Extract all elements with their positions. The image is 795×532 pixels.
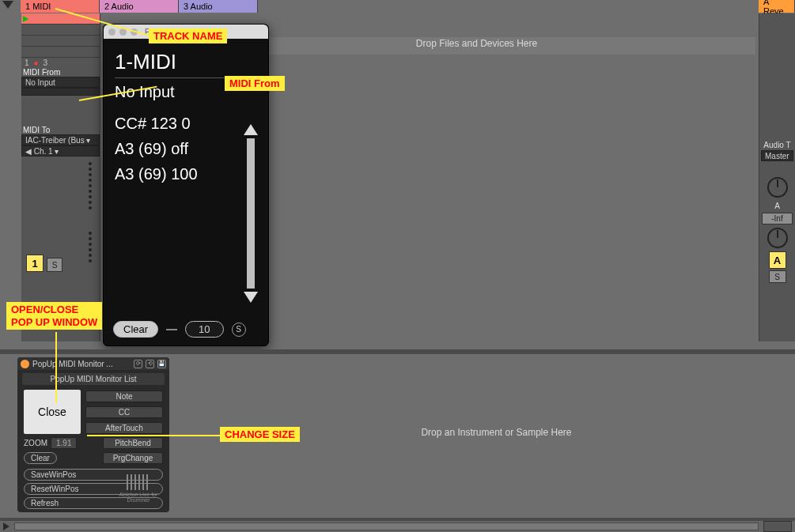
send-knob[interactable] (767, 177, 788, 198)
midi-event-row: CC# 123 0 (115, 111, 257, 136)
status-num-right: 3 (44, 58, 48, 67)
meter-dots (87, 160, 93, 212)
midi-from-select[interactable]: No Input (21, 77, 100, 88)
drop-instrument-hint: Drop an Instrument or Sample Here (221, 427, 771, 438)
separator (166, 329, 177, 330)
midi-event-row: A3 (69) off (115, 136, 257, 161)
return-track-tab-a[interactable]: A Reve (759, 0, 795, 13)
device-save-icon[interactable]: 💾 (157, 360, 166, 368)
annotation-trackname: TRACK NAME (149, 28, 227, 43)
solo-button[interactable]: S (47, 258, 62, 272)
track-tab-3-audio[interactable]: 3 Audio (179, 0, 258, 13)
filter-cc-button[interactable]: CC (85, 406, 163, 418)
clip-slot[interactable] (21, 36, 100, 47)
annotation-openclose: OPEN/CLOSE POP UP WINDOW (6, 302, 102, 330)
device-clear-button[interactable]: Clear (24, 452, 57, 464)
meter-dots (87, 229, 93, 265)
zoom-label: ZOOM (24, 439, 47, 447)
filter-prgchange-button[interactable]: PrgChange (103, 452, 163, 464)
scroll-track[interactable] (249, 138, 252, 289)
device-power-icon[interactable] (21, 360, 29, 368)
mixer-strip-1-midi: 1 ● 3 MIDI From No Input MIDI To IAC-Tre… (21, 13, 100, 341)
audio-to-label: Audio T (759, 140, 795, 150)
return-activator-a[interactable]: A (769, 251, 786, 269)
session-view-toggle-icon[interactable] (2, 1, 13, 9)
pan-knob[interactable] (767, 228, 788, 248)
device-subtitle: PopUp MIDI Monitor List (22, 373, 165, 385)
play-icon[interactable] (3, 523, 9, 530)
scroll-up-icon[interactable] (244, 124, 258, 135)
midi-to-channel-select[interactable]: ◀ Ch. 1 ▾ (21, 145, 100, 157)
track-tab-2-audio[interactable]: 2 Audio (100, 0, 179, 13)
knob-label: A (759, 201, 795, 211)
popup-track-name: 1-MIDI (115, 50, 257, 78)
record-indicator-icon: ● (34, 58, 39, 67)
midi-from-label: MIDI From (21, 68, 100, 77)
clip-slot[interactable] (21, 25, 100, 36)
logo-caption: Ableton Live for Drummer (114, 492, 163, 503)
popup-solo-toggle[interactable]: S (232, 323, 246, 337)
drop-files-hint: Drop Files and Devices Here (206, 38, 748, 54)
return-solo-button[interactable]: S (769, 270, 786, 283)
midi-from-channel-select[interactable] (21, 88, 100, 96)
annotation-line (87, 435, 220, 436)
midi-to-label: MIDI To (21, 126, 100, 134)
midi-monitor-popup: P 1-MIDI No Input CC# 123 0 A3 (69) off … (103, 24, 269, 346)
arrangement-end-box[interactable] (763, 521, 792, 532)
track-header-strip: 1 MIDI 2 Audio 3 Audio A Reve (21, 0, 795, 13)
zoom-value-field[interactable]: 1.91 (51, 437, 77, 449)
popup-scrollbar[interactable] (243, 124, 259, 303)
track-status-row: 1 ● 3 (21, 58, 100, 68)
filter-aftertouch-button[interactable]: AfterTouch (85, 422, 163, 434)
midi-to-select[interactable]: IAC-Treiber (Bus ▾ (21, 134, 100, 145)
scroll-thumb[interactable] (247, 138, 255, 289)
ableton-logo-icon (127, 474, 150, 490)
device-close-button[interactable]: Close (24, 390, 81, 434)
popup-lines-value[interactable]: 10 (185, 321, 223, 338)
midi-event-list: CC# 123 0 A3 (69) off A3 (69) 100 (115, 111, 257, 187)
return-strip-a: Audio T Master A -Inf A S (759, 13, 795, 341)
annotation-line (55, 332, 57, 403)
traffic-light-close-icon[interactable] (108, 28, 115, 36)
device-logo: Ableton Live for Drummer (114, 474, 163, 507)
device-title: PopUp MIDI Monitor ... (32, 360, 131, 368)
arrangement-footer (0, 518, 795, 532)
audio-to-select[interactable]: Master (761, 150, 793, 161)
filter-pitchbend-button[interactable]: PitchBend (103, 437, 163, 449)
device-header[interactable]: PopUp MIDI Monitor ... ⟳ ⟲ 💾 (17, 357, 169, 370)
arrangement-scroll[interactable] (14, 523, 759, 530)
play-icon (23, 16, 28, 22)
clip-slot[interactable] (21, 47, 100, 58)
annotation-midifrom: MIDI From (225, 76, 285, 91)
annotation-changesize: CHANGE SIZE (220, 427, 300, 442)
device-icon-1[interactable]: ⟳ (134, 360, 142, 368)
popup-clear-button[interactable]: Clear (113, 321, 158, 338)
filter-note-button[interactable]: Note (85, 391, 163, 402)
scroll-down-icon[interactable] (244, 292, 258, 303)
midi-event-row: A3 (69) 100 (115, 161, 257, 187)
status-num-left: 1 (25, 58, 29, 67)
track-activator-1[interactable]: 1 (26, 255, 44, 272)
volume-value[interactable]: -Inf (762, 213, 793, 224)
device-icon-2[interactable]: ⟲ (146, 360, 154, 368)
